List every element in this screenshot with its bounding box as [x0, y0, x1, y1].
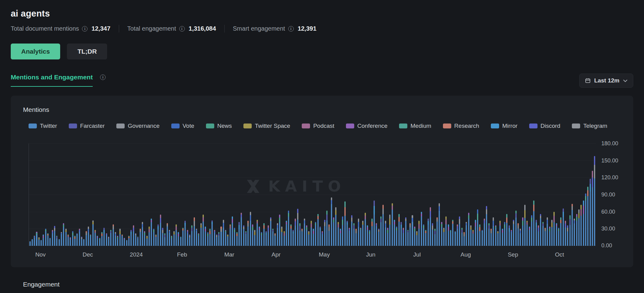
- bar[interactable]: [252, 224, 253, 246]
- bar[interactable]: [72, 231, 73, 246]
- legend-item[interactable]: Medium: [399, 123, 431, 129]
- bar[interactable]: [459, 216, 460, 246]
- bar[interactable]: [506, 214, 507, 246]
- bar[interactable]: [290, 224, 292, 246]
- bar[interactable]: [194, 217, 195, 246]
- bar[interactable]: [540, 214, 541, 246]
- bar[interactable]: [428, 219, 429, 246]
- bar[interactable]: [43, 234, 44, 246]
- bar[interactable]: [576, 214, 577, 246]
- bar[interactable]: [461, 228, 463, 246]
- bar[interactable]: [396, 226, 397, 246]
- bar[interactable]: [452, 220, 453, 246]
- bar[interactable]: [56, 236, 57, 246]
- bar[interactable]: [68, 234, 69, 246]
- bar[interactable]: [297, 209, 298, 246]
- bar[interactable]: [227, 234, 228, 246]
- bar[interactable]: [560, 217, 561, 246]
- bar[interactable]: [220, 226, 222, 246]
- tab-analytics[interactable]: Analytics: [11, 44, 60, 59]
- bar[interactable]: [389, 215, 390, 246]
- bar[interactable]: [274, 233, 276, 246]
- bar[interactable]: [545, 228, 546, 246]
- bar[interactable]: [65, 229, 67, 246]
- bar[interactable]: [108, 237, 109, 246]
- bar[interactable]: [115, 232, 116, 246]
- bar[interactable]: [203, 215, 204, 246]
- bar[interactable]: [526, 221, 528, 246]
- bar[interactable]: [418, 221, 420, 246]
- bar[interactable]: [502, 229, 503, 246]
- bar[interactable]: [232, 216, 233, 246]
- bar[interactable]: [191, 225, 192, 246]
- bar[interactable]: [171, 236, 172, 246]
- bar[interactable]: [207, 232, 208, 246]
- bar[interactable]: [88, 226, 89, 246]
- bar[interactable]: [486, 206, 487, 246]
- bar[interactable]: [371, 219, 373, 246]
- bar[interactable]: [86, 231, 87, 246]
- bar[interactable]: [394, 220, 395, 246]
- bar[interactable]: [529, 226, 530, 246]
- bar[interactable]: [239, 222, 240, 246]
- bar[interactable]: [41, 240, 42, 246]
- bar[interactable]: [358, 219, 359, 246]
- bar[interactable]: [425, 230, 426, 246]
- bar[interactable]: [151, 219, 152, 246]
- bar[interactable]: [376, 223, 377, 246]
- bar[interactable]: [184, 221, 186, 246]
- bar[interactable]: [477, 209, 478, 246]
- bar[interactable]: [176, 224, 177, 246]
- bar[interactable]: [590, 179, 591, 246]
- bar[interactable]: [495, 225, 496, 246]
- bar[interactable]: [106, 233, 107, 246]
- bar[interactable]: [407, 230, 409, 246]
- bar[interactable]: [49, 238, 51, 246]
- bar[interactable]: [211, 220, 213, 246]
- bar[interactable]: [497, 231, 499, 246]
- bar[interactable]: [281, 226, 282, 246]
- bar[interactable]: [434, 229, 436, 246]
- legend-item[interactable]: Governance: [116, 123, 160, 129]
- bar[interactable]: [414, 226, 415, 246]
- bar[interactable]: [304, 219, 305, 246]
- bar[interactable]: [468, 213, 469, 246]
- bar[interactable]: [254, 230, 255, 246]
- bar[interactable]: [286, 221, 287, 246]
- bar[interactable]: [331, 197, 332, 246]
- bar[interactable]: [565, 221, 566, 246]
- bar[interactable]: [153, 229, 154, 246]
- bar[interactable]: [578, 209, 580, 246]
- bar[interactable]: [236, 232, 238, 246]
- bar[interactable]: [182, 228, 184, 246]
- bar[interactable]: [513, 220, 514, 246]
- bar[interactable]: [167, 223, 168, 246]
- bar[interactable]: [326, 211, 328, 246]
- bar[interactable]: [551, 220, 553, 246]
- legend-item[interactable]: Vote: [171, 123, 194, 129]
- bar[interactable]: [76, 233, 78, 246]
- info-icon[interactable]: [100, 74, 106, 80]
- bar[interactable]: [547, 217, 548, 246]
- bar[interactable]: [261, 232, 262, 246]
- bar[interactable]: [241, 213, 242, 246]
- bar[interactable]: [567, 225, 568, 246]
- bar[interactable]: [52, 230, 53, 246]
- bar[interactable]: [587, 187, 588, 246]
- bar[interactable]: [322, 231, 323, 246]
- bar[interactable]: [592, 171, 593, 246]
- bar[interactable]: [128, 236, 130, 246]
- bar[interactable]: [234, 228, 235, 246]
- bar[interactable]: [38, 237, 40, 246]
- bar[interactable]: [218, 232, 219, 246]
- bar[interactable]: [443, 228, 444, 246]
- bar[interactable]: [142, 222, 143, 246]
- bar[interactable]: [504, 222, 505, 246]
- bar[interactable]: [90, 234, 91, 246]
- bar[interactable]: [257, 220, 258, 246]
- bar[interactable]: [36, 232, 37, 246]
- bar[interactable]: [162, 228, 163, 246]
- legend-item[interactable]: Mirror: [491, 123, 518, 129]
- bar[interactable]: [301, 229, 303, 246]
- bar[interactable]: [491, 229, 492, 246]
